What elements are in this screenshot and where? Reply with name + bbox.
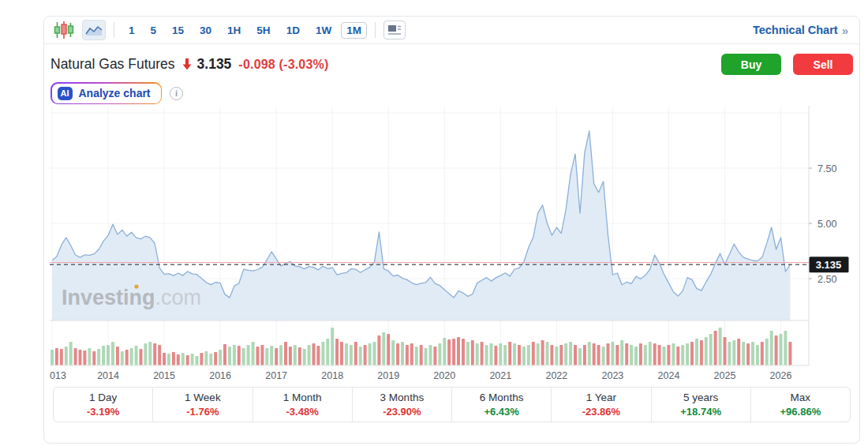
chevron-right-icon: »	[842, 24, 848, 37]
volume-bar	[396, 343, 399, 365]
volume-bar	[653, 343, 657, 365]
volume-bar	[686, 343, 689, 365]
volume-bar	[457, 337, 460, 365]
volume-bar	[559, 345, 563, 365]
volume-bar	[742, 342, 745, 365]
perf-cell-1-month[interactable]: 1 Month-3.48%	[253, 388, 352, 422]
perf-value: -23.90%	[383, 406, 421, 418]
volume-bar	[69, 342, 73, 365]
volume-bar	[354, 342, 357, 365]
volume-bar	[260, 345, 264, 365]
volume-bar	[51, 350, 54, 365]
volume-bar	[196, 356, 199, 365]
volume-bar	[615, 345, 619, 365]
sell-button[interactable]: Sell	[793, 54, 853, 75]
x-tick-label: 2023	[601, 370, 623, 381]
volume-bar	[377, 335, 380, 365]
volume-bar	[546, 342, 549, 365]
volume-bar	[788, 342, 791, 365]
interval-1-button[interactable]: 1	[122, 22, 141, 39]
perf-cell-3-months[interactable]: 3 Months-23.90%	[352, 388, 451, 422]
chart-widget-card: 1515301H5H1D1W1M Technical Chart » Natur…	[43, 16, 860, 444]
price-chart[interactable]: Investing.com7.505.002.503.1350132014201…	[44, 106, 859, 384]
volume-bar	[373, 342, 376, 365]
perf-cell-max[interactable]: Max+96.86%	[750, 388, 850, 422]
volume-bar	[209, 354, 212, 365]
perf-value: -1.76%	[186, 406, 219, 418]
volume-bar	[410, 343, 413, 365]
volume-bar	[578, 348, 582, 365]
perf-cell-5-years[interactable]: 5 years+18.74%	[651, 388, 750, 422]
volume-bar	[401, 342, 404, 365]
volume-bar	[775, 335, 778, 365]
volume-bar	[181, 353, 185, 365]
perf-cell-6-months[interactable]: 6 Months+6.43%	[451, 388, 551, 422]
perf-label: 1 Year	[586, 392, 616, 403]
price-down-arrow-icon	[182, 58, 192, 70]
volume-bar	[153, 343, 156, 365]
volume-bar	[634, 347, 638, 365]
analyze-chart-button[interactable]: AI Analyze chart	[51, 82, 162, 104]
volume-bar	[709, 334, 713, 365]
perf-cell-1-week[interactable]: 1 Week-1.76%	[152, 388, 252, 422]
interval-5h-button[interactable]: 5H	[250, 22, 276, 39]
volume-bar	[364, 345, 367, 365]
volume-bar	[252, 342, 255, 365]
volume-bar	[97, 349, 100, 365]
perf-label: 6 Months	[480, 392, 524, 403]
perf-value: +6.43%	[484, 406, 518, 418]
technical-chart-link[interactable]: Technical Chart »	[753, 24, 851, 37]
volume-bar	[471, 340, 474, 365]
perf-label: 5 years	[683, 392, 718, 403]
volume-bar	[242, 348, 245, 365]
perf-label: Max	[791, 392, 811, 403]
interval-group: 1515301H5H1D1W1M	[122, 22, 367, 39]
volume-bar	[537, 343, 540, 365]
candlestick-chart-icon	[54, 21, 74, 39]
interval-1w-button[interactable]: 1W	[309, 22, 338, 39]
info-icon[interactable]: i	[170, 87, 183, 100]
area-chart-button[interactable]	[82, 20, 106, 40]
interval-1h-button[interactable]: 1H	[221, 22, 247, 39]
volume-bar	[499, 343, 502, 365]
volume-bar	[761, 342, 764, 365]
interval-30-button[interactable]: 30	[193, 22, 218, 39]
volume-bar	[513, 343, 516, 365]
interval-1d-button[interactable]: 1D	[280, 22, 306, 39]
volume-bar	[200, 353, 203, 365]
volume-bar	[204, 351, 208, 365]
volume-bar	[289, 347, 292, 365]
volume-bar	[541, 340, 544, 365]
buy-button[interactable]: Buy	[721, 54, 781, 75]
perf-cell-1-year[interactable]: 1 Year-23.86%	[551, 388, 650, 422]
interval-15-button[interactable]: 15	[166, 22, 190, 39]
volume-bar	[658, 345, 661, 365]
interval-5-button[interactable]: 5	[144, 22, 163, 39]
volume-bar	[415, 347, 418, 365]
volume-bar	[359, 347, 362, 365]
volume-bar	[672, 343, 675, 365]
volume-bar	[167, 354, 170, 365]
x-tick-label: 013	[50, 370, 66, 381]
volume-bar	[765, 339, 769, 365]
x-tick-label: 2016	[209, 370, 231, 381]
interval-1m-button[interactable]: 1M	[341, 22, 367, 39]
volume-bar	[55, 348, 58, 365]
toolbar-divider	[375, 22, 376, 38]
volume-bar	[331, 328, 334, 365]
perf-cell-1-day[interactable]: 1 Day-3.19%	[54, 388, 152, 422]
candlestick-chart-button[interactable]	[52, 20, 76, 40]
volume-bar	[462, 339, 465, 365]
volume-bar	[228, 347, 231, 365]
volume-bar	[186, 355, 189, 365]
news-panel-button[interactable]	[383, 21, 406, 39]
x-tick-label: 2022	[545, 370, 567, 381]
volume-bar	[522, 347, 526, 365]
perf-value: +18.74%	[680, 406, 721, 418]
watermark-accent-dot	[134, 284, 138, 288]
volume-bar	[294, 345, 297, 365]
volume-bar	[144, 343, 147, 365]
volume-bar	[140, 349, 143, 365]
volume-bar	[746, 343, 750, 365]
volume-bar	[770, 331, 773, 365]
